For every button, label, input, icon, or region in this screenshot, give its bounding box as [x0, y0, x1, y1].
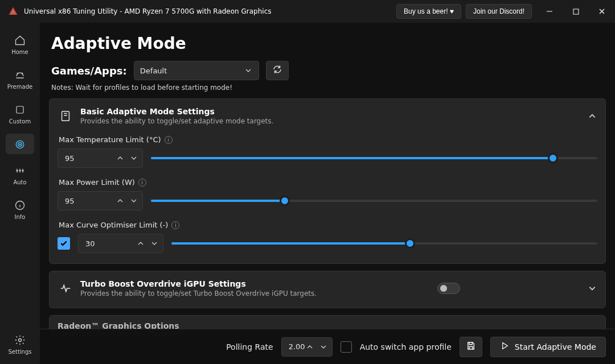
chevron-down-icon [245, 65, 253, 76]
stepper-up-icon[interactable] [116, 154, 124, 162]
svg-rect-8 [62, 111, 69, 121]
sidebar-item-custom[interactable]: Custom [6, 99, 34, 128]
basic-settings-panel: Basic Adaptive Mode Settings Provides th… [49, 98, 606, 264]
stepper-down-icon[interactable] [130, 154, 138, 162]
stepper-up-icon[interactable] [306, 343, 314, 351]
curve-optimiser-slider[interactable] [171, 237, 597, 250]
custom-icon [14, 104, 26, 116]
max-power-input[interactable]: 95 [58, 191, 143, 210]
svg-rect-0 [547, 11, 552, 12]
max-temp-label: Max Temperature Limit (°C) [59, 135, 161, 144]
stepper-down-icon[interactable] [130, 197, 138, 205]
profile-select-value: Default [140, 67, 167, 75]
save-icon [466, 341, 476, 353]
refresh-button[interactable] [266, 61, 289, 80]
chevron-down-icon [587, 283, 597, 293]
sidebar-item-settings[interactable]: Settings [6, 329, 34, 358]
sidebar-item-label: Info [15, 214, 26, 220]
close-button[interactable] [589, 0, 615, 23]
sidebar-item-home[interactable]: Home [6, 30, 34, 59]
gear-icon [14, 334, 26, 346]
target-icon [14, 138, 26, 151]
gamesapps-label: Games/Apps: [51, 65, 127, 77]
start-button-label: Start Adaptive Mode [515, 342, 596, 351]
svg-rect-1 [573, 9, 579, 14]
panel-title: Basic Adaptive Mode Settings [80, 107, 273, 116]
svg-rect-2 [17, 106, 23, 113]
settings-panel-icon [58, 108, 73, 124]
titlebar: Universal x86 Tuning Utility - AMD Ryzen… [0, 0, 615, 23]
sidebar: Home Premade Custom Auto Info Settings [0, 23, 40, 364]
premade-icon [14, 69, 26, 81]
sidebar-item-label: Custom [9, 118, 31, 125]
max-power-slider[interactable] [151, 195, 597, 207]
sidebar-item-auto[interactable]: Auto [6, 160, 34, 189]
polling-rate-input[interactable]: 2.00 [281, 337, 333, 357]
curve-optimiser-checkbox[interactable] [58, 237, 70, 250]
stepper-down-icon[interactable] [319, 343, 327, 351]
play-icon [500, 341, 509, 352]
panel-subtitle: Provides the ability to toggle/set Turbo… [80, 289, 317, 297]
info-icon [14, 199, 26, 212]
profile-select[interactable]: Default [134, 61, 259, 80]
basic-settings-header[interactable]: Basic Adaptive Mode Settings Provides th… [58, 107, 597, 125]
max-power-value: 95 [65, 197, 75, 205]
max-temp-slider[interactable] [151, 152, 597, 164]
refresh-icon [272, 64, 282, 77]
stepper-up-icon[interactable] [116, 197, 124, 205]
sidebar-item-adaptive[interactable] [6, 134, 34, 154]
buy-beer-button[interactable]: Buy us a beer! ♥ [396, 4, 461, 19]
minimize-button[interactable] [536, 0, 563, 23]
auto-icon [14, 164, 26, 177]
info-tooltip-icon[interactable]: i [165, 136, 173, 144]
join-discord-button[interactable]: Join our Discord! [466, 4, 532, 19]
svg-point-5 [19, 144, 20, 145]
panel-subtitle: Provides the ability to toggle/set adapt… [80, 117, 273, 125]
panel-title: Turbo Boost Overdrive iGPU Settings [80, 279, 317, 288]
info-tooltip-icon[interactable]: i [171, 221, 179, 229]
stepper-up-icon[interactable] [137, 239, 145, 247]
sidebar-item-premade[interactable]: Premade [6, 64, 34, 93]
curve-optimiser-input[interactable]: 30 [78, 234, 163, 253]
max-power-label: Max Power Limit (W) [59, 178, 135, 187]
main-content: Adaptive Mode Games/Apps: Default Notes:… [40, 23, 615, 364]
sidebar-item-label: Home [11, 49, 28, 55]
max-power-field: Max Power Limit (W)i 95 [58, 178, 597, 210]
start-adaptive-button[interactable]: Start Adaptive Mode [490, 337, 606, 357]
window-controls [536, 0, 615, 23]
sidebar-item-label: Settings [8, 349, 31, 355]
sidebar-item-label: Premade [7, 84, 32, 90]
curve-optimiser-value: 30 [85, 239, 95, 248]
profiles-note: Notes: Wait for profiles to load before … [49, 84, 606, 92]
max-temp-value: 95 [65, 154, 75, 163]
sidebar-item-label: Auto [13, 179, 26, 185]
polling-rate-label: Polling Rate [226, 342, 273, 351]
bottom-bar: Polling Rate 2.00 Auto switch app profil… [40, 329, 615, 364]
window-title: Universal x86 Tuning Utility - AMD Ryzen… [24, 7, 396, 15]
curve-optimiser-label: Max Curve Optimiser Limit (-) [59, 221, 168, 229]
app-logo-icon [8, 6, 18, 16]
curve-optimiser-field: Max Curve Optimiser Limit (-)i 30 [58, 221, 597, 253]
auto-switch-label: Auto switch app profile [360, 342, 452, 351]
page-title: Adaptive Mode [49, 34, 606, 53]
turbo-boost-panel: Turbo Boost Overdrive iGPU Settings Prov… [49, 271, 606, 308]
turbo-boost-header[interactable]: Turbo Boost Overdrive iGPU Settings Prov… [58, 279, 597, 297]
polling-rate-value: 2.00 [289, 342, 305, 351]
home-icon [14, 34, 26, 47]
info-tooltip-icon[interactable]: i [138, 179, 146, 187]
turbo-boost-toggle[interactable] [437, 283, 460, 294]
stepper-down-icon[interactable] [150, 239, 158, 247]
maximize-button[interactable] [563, 0, 589, 23]
max-temp-input[interactable]: 95 [58, 148, 143, 168]
svg-point-7 [19, 339, 22, 342]
chevron-up-icon [587, 111, 597, 121]
max-temp-field: Max Temperature Limit (°C)i 95 [58, 135, 597, 168]
auto-switch-checkbox[interactable] [341, 341, 352, 353]
save-button[interactable] [460, 337, 482, 357]
activity-icon [58, 280, 73, 296]
sidebar-item-info[interactable]: Info [6, 195, 34, 224]
